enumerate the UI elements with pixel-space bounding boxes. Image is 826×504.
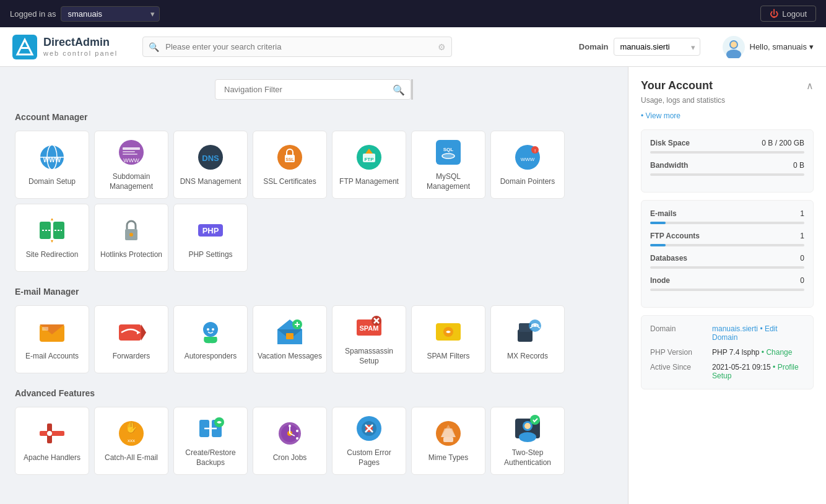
apache-handlers-icon (37, 419, 67, 448)
mx-records-icon (513, 317, 542, 347)
svg-marker-36 (51, 218, 53, 220)
card-custom-error-pages[interactable]: Custom Error Pages (332, 407, 406, 475)
main-content: 🔍 Account Manager WWW (0, 67, 628, 504)
card-domain-setup[interactable]: WWW Domain Setup (15, 131, 89, 199)
svg-text:WWW: WWW (123, 157, 139, 163)
account-manager-title: Account Manager (15, 112, 613, 122)
user-greeting[interactable]: Hello, smanuais ▾ (750, 42, 814, 51)
domain-select[interactable]: manuais.sierti (614, 38, 700, 56)
domain-value-link[interactable]: manuais.sierti (712, 324, 758, 333)
card-dns-mgmt[interactable]: DNS DNS Management (173, 131, 248, 199)
card-ftp-mgmt[interactable]: FTP FTP Management (332, 131, 406, 199)
cron-jobs-icon (275, 419, 305, 448)
active-since-text: 2021-05-21 09:15 (712, 363, 771, 371)
emails-bar-fill (650, 222, 666, 224)
card-spamassassin[interactable]: SPAM Spamassassin Setup (332, 305, 406, 373)
email-manager-grid: E-mail Accounts Forwarders (15, 305, 613, 373)
domain-info-domain-val: manuais.sierti • Edit Domain (712, 324, 804, 342)
card-spam-filters[interactable]: SPAM Filters (411, 305, 485, 373)
databases-label: Databases (650, 254, 687, 263)
autoresponders-icon (196, 317, 225, 347)
mysql-mgmt-icon: SQL (433, 137, 463, 167)
main-layout: 🔍 Account Manager WWW (0, 67, 826, 504)
spamassassin-label: Spamassassin Setup (336, 347, 402, 366)
card-apache-handlers[interactable]: Apache Handlers (15, 407, 89, 475)
card-site-redirection[interactable]: Site Redirection (15, 204, 89, 272)
domain-info-php-row: PHP Version PHP 7.4 lsphp • Change (650, 348, 804, 357)
domain-info-php-val: PHP 7.4 lsphp • Change (712, 348, 792, 357)
account-manager-section: Account Manager WWW Domain Setup (15, 112, 613, 272)
search-input[interactable] (142, 37, 452, 57)
php-settings-icon: PHP (196, 215, 225, 245)
nav-filter-container: 🔍 (215, 79, 413, 100)
subdomain-mgmt-label: Subdomain Management (98, 172, 164, 191)
svg-text:SQL: SQL (443, 147, 454, 152)
card-ssl-certs[interactable]: SSL SSL Certificates (253, 131, 327, 199)
emails-label: E-mails (650, 209, 677, 218)
nav-filter-row: 🔍 (15, 79, 613, 100)
card-mx-records[interactable]: MX Records (490, 305, 565, 373)
card-autoresponders[interactable]: Autoresponders (173, 305, 248, 373)
site-redirection-icon (37, 215, 67, 245)
card-forwarders[interactable]: Forwarders (94, 305, 168, 373)
disk-space-row: Disk Space 0 B / 200 GB (650, 139, 804, 147)
card-two-step-auth[interactable]: Two-Step Authentication (490, 407, 565, 475)
ftp-mgmt-label: FTP Management (339, 177, 399, 187)
collapse-icon[interactable]: ∧ (806, 80, 814, 92)
card-create-restore-backups[interactable]: Create/Restore Backups (173, 407, 248, 475)
svg-text:SSL: SSL (285, 157, 294, 162)
domain-info-domain-key: Domain (650, 324, 712, 333)
svg-rect-54 (286, 333, 293, 339)
forwarders-label: Forwarders (113, 352, 150, 362)
view-more-link[interactable]: • View more (641, 111, 680, 120)
spamassassin-icon: SPAM (354, 312, 384, 342)
catch-all-email-icon: ✋ xxx (116, 419, 146, 448)
php-change-link[interactable]: • Change (762, 348, 793, 357)
mime-types-label: Mime Types (428, 453, 468, 463)
subdomain-mgmt-icon: WWW (116, 137, 146, 167)
stats-group: E-mails 1 FTP Accounts 1 Databases (641, 200, 814, 308)
email-manager-section: E-mail Manager E-mail Accounts (15, 287, 613, 373)
vacation-messages-label: Vacation Messages (258, 352, 322, 362)
ftp-mgmt-icon: FTP (354, 142, 384, 172)
top-bar-left: Logged in as smanuais (10, 6, 160, 22)
ftp-value: 1 (800, 232, 804, 240)
ftp-label: FTP Accounts (650, 232, 700, 240)
settings-icon[interactable]: ⚙ (438, 42, 446, 52)
card-subdomain-mgmt[interactable]: WWW Subdomain Management (94, 131, 168, 199)
email-manager-title: E-mail Manager (15, 287, 613, 297)
svg-point-100 (524, 423, 531, 429)
card-mysql-mgmt[interactable]: SQL MySQL Management (411, 131, 485, 199)
nav-filter-input[interactable] (215, 79, 411, 100)
php-settings-label: PHP Settings (188, 250, 232, 260)
card-domain-pointers[interactable]: WWW ! Domain Pointers (490, 131, 565, 199)
custom-error-pages-icon (354, 414, 384, 443)
inode-row: Inode 0 (650, 276, 804, 285)
domain-label: Domain (579, 42, 609, 51)
card-vacation-messages[interactable]: Vacation Messages (253, 305, 327, 373)
card-mime-types[interactable]: Mime Types (411, 407, 485, 475)
disk-space-value: 0 B / 200 GB (762, 139, 804, 147)
header: DirectAdmin web control panel 🔍 ⚙ Domain… (0, 27, 826, 67)
svg-point-50 (207, 328, 209, 331)
svg-point-49 (203, 322, 218, 337)
spam-filters-label: SPAM Filters (427, 352, 469, 362)
advanced-features-title: Advanced Features (15, 388, 613, 398)
ssl-certs-icon: SSL (275, 142, 305, 172)
domain-pointers-label: Domain Pointers (500, 177, 555, 187)
card-email-accounts[interactable]: E-mail Accounts (15, 305, 89, 373)
card-hotlinks-protection[interactable]: Hotlinks Protection (94, 204, 168, 272)
card-php-settings[interactable]: PHP PHP Settings (173, 204, 248, 272)
catch-all-email-label: Catch-All E-mail (105, 453, 158, 463)
domain-select-wrapper: manuais.sierti (614, 38, 700, 56)
card-cron-jobs[interactable]: Cron Jobs (253, 407, 327, 475)
logout-button[interactable]: ⏻ Logout (760, 6, 816, 22)
card-catch-all-email[interactable]: ✋ xxx Catch-All E-mail (94, 407, 168, 475)
logged-in-label: Logged in as (10, 9, 56, 19)
svg-marker-37 (51, 240, 53, 243)
user-select[interactable]: smanuais (61, 6, 160, 22)
cron-jobs-label: Cron Jobs (273, 453, 307, 463)
logo[interactable]: DirectAdmin web control panel (12, 35, 118, 59)
panel-header: Your Account ∧ (641, 79, 814, 92)
bandwidth-stat: Bandwidth 0 B (650, 161, 804, 176)
